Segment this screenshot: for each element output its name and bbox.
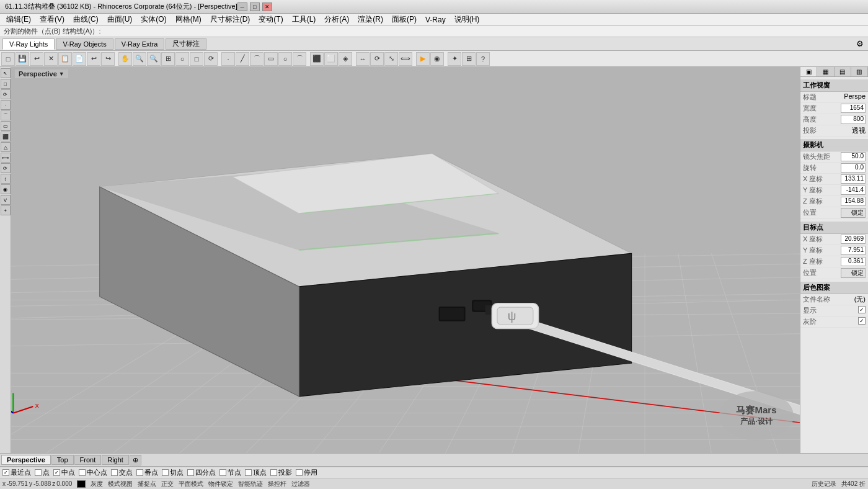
tb-pan[interactable]: ✋ (118, 52, 132, 66)
rp-tab-render[interactable]: ▥ (851, 67, 868, 76)
lt-transform2[interactable]: ⟳ (1, 163, 11, 173)
lt-mesh2[interactable]: △ (1, 142, 11, 152)
lt-curve[interactable]: ⌒ (1, 110, 11, 120)
menu-surface[interactable]: 曲面(U) (104, 14, 136, 25)
vp-tab-top[interactable]: Top (51, 455, 74, 465)
vp-tab-perspective[interactable]: Perspective (1, 455, 51, 465)
viewport[interactable]: Perspective ▼ (11, 67, 800, 453)
tb-grid[interactable]: ⊞ (462, 52, 476, 66)
tb-point[interactable]: · (221, 52, 235, 66)
bg-gray-checkbox[interactable]: ✓ (858, 317, 866, 325)
lt-solid[interactable]: ⬛ (1, 132, 11, 141)
status-history[interactable]: 历史记录 (812, 480, 836, 488)
snap-node-check[interactable] (219, 469, 226, 476)
tb-move[interactable]: ↔ (356, 52, 370, 66)
tb-zoom-in[interactable]: 🔍 (133, 52, 146, 66)
tb-line[interactable]: ╱ (236, 52, 249, 66)
menu-vray[interactable]: V-Ray (422, 15, 450, 25)
lt-dimension2[interactable]: ⟷ (1, 153, 11, 163)
bg-display-checkbox[interactable]: ✓ (858, 306, 866, 313)
snap-intersect-check[interactable] (111, 469, 118, 476)
status-ortho[interactable]: 正交 (161, 480, 174, 488)
snap-point-check[interactable] (35, 469, 42, 476)
vp-tab-right[interactable]: Right (102, 455, 129, 465)
tb-render-preview[interactable]: ▶ (416, 52, 430, 66)
tb-zoom-all[interactable]: □ (190, 52, 203, 66)
tb-arc[interactable]: ⌒ (293, 52, 306, 66)
viewport-dropdown-icon[interactable]: ▼ (59, 71, 64, 77)
lt-select[interactable]: ↖ (1, 68, 11, 78)
menu-panel[interactable]: 面板(P) (388, 14, 420, 25)
snap-nearest-check[interactable]: ✓ (2, 469, 9, 476)
lt-lasso[interactable]: ⟳ (1, 89, 11, 99)
tb-save[interactable]: 💾 (16, 52, 29, 66)
tab-vray-lights[interactable]: V-Ray Lights (2, 38, 55, 50)
snap-quad-check[interactable] (187, 469, 194, 476)
rp-tab-layers[interactable]: ▦ (817, 67, 834, 76)
settings-icon[interactable]: ⚙ (854, 38, 866, 50)
snap-disable-check[interactable] (296, 469, 303, 476)
tb-delete[interactable]: ✕ (44, 52, 58, 66)
lt-point[interactable]: · (1, 100, 11, 110)
tb-extrude[interactable]: ⬛ (310, 52, 324, 66)
snap-tangent-check[interactable] (162, 469, 169, 476)
tb-help[interactable]: ? (476, 52, 490, 66)
tb-surface[interactable]: ⬜ (324, 52, 338, 66)
menu-solid[interactable]: 实体(O) (137, 14, 170, 25)
tb-mirror[interactable]: ⟺ (399, 52, 412, 66)
close-button[interactable]: ✕ (262, 2, 272, 11)
lt-extra[interactable]: + (1, 205, 11, 215)
snap-knot-check[interactable] (136, 469, 143, 476)
tb-scale[interactable]: ⤡ (384, 52, 398, 66)
status-snap-pt[interactable]: 捕捉点 (138, 480, 156, 488)
tb-loft[interactable]: ◈ (339, 52, 352, 66)
tb-undo-history[interactable]: ↩ (30, 52, 43, 66)
menu-transform[interactable]: 变动(T) (255, 14, 286, 25)
status-mode[interactable]: 模式视图 (108, 480, 133, 488)
tb-rotate-obj[interactable]: ⟳ (370, 52, 384, 66)
tb-circle[interactable]: ○ (278, 52, 292, 66)
menu-edit[interactable]: 编辑(E) (2, 14, 35, 25)
tb-copy[interactable]: 📋 (58, 52, 72, 66)
rp-tab-properties[interactable]: ▣ (800, 67, 817, 76)
snap-midpoint-check[interactable]: ✓ (53, 469, 60, 476)
menu-mesh[interactable]: 网格(M) (172, 14, 205, 25)
snap-vertex-check[interactable] (245, 469, 252, 476)
status-smart-track[interactable]: 智能轨迹 (238, 480, 263, 488)
lt-render2[interactable]: ◉ (1, 184, 11, 194)
lt-vray[interactable]: V (1, 195, 11, 205)
tab-vray-extra[interactable]: V-Ray Extra (115, 38, 165, 50)
tb-rotate[interactable]: ⟳ (204, 52, 218, 66)
lt-analyze2[interactable]: ↕ (1, 174, 11, 184)
menu-analyze[interactable]: 分析(A) (321, 14, 353, 25)
tb-paste[interactable]: 📄 (73, 52, 86, 66)
menu-tools[interactable]: 工具(L) (288, 14, 320, 25)
maximize-button[interactable]: □ (250, 2, 260, 11)
tb-snap[interactable]: ✦ (448, 52, 461, 66)
tb-redo[interactable]: ↪ (101, 52, 115, 66)
tb-new[interactable]: □ (1, 52, 15, 66)
tb-material[interactable]: ◉ (430, 52, 444, 66)
status-obj-snap[interactable]: 物件锁定 (208, 480, 233, 488)
status-gumball[interactable]: 操控杆 (268, 480, 286, 488)
status-planar[interactable]: 平面模式 (179, 480, 203, 488)
tb-polyline[interactable]: ⌒ (250, 52, 264, 66)
snap-center-check[interactable] (79, 469, 86, 476)
minimize-button[interactable]: ─ (237, 2, 247, 11)
menu-help[interactable]: 说明(H) (451, 14, 484, 25)
lt-window-select[interactable]: □ (1, 79, 11, 89)
tb-zoom-window[interactable]: ⊞ (161, 52, 175, 66)
menu-view[interactable]: 查看(V) (36, 14, 68, 25)
snap-project-check[interactable] (270, 469, 277, 476)
status-filter[interactable]: 过滤器 (291, 480, 310, 488)
lt-surface2[interactable]: ▭ (1, 121, 11, 131)
vp-add-tab[interactable]: ⊕ (130, 455, 141, 465)
menu-render[interactable]: 渲染(R) (354, 14, 387, 25)
tb-rectangle[interactable]: ▭ (264, 52, 278, 66)
tab-dimension[interactable]: 尺寸标注 (166, 38, 206, 50)
tb-zoom-selected[interactable]: ○ (175, 52, 189, 66)
tb-zoom-out[interactable]: 🔍 (147, 52, 161, 66)
menu-dimension[interactable]: 尺寸标注(D) (206, 14, 254, 25)
rp-tab-display[interactable]: ▤ (835, 67, 851, 76)
menu-curve[interactable]: 曲线(C) (69, 14, 102, 25)
